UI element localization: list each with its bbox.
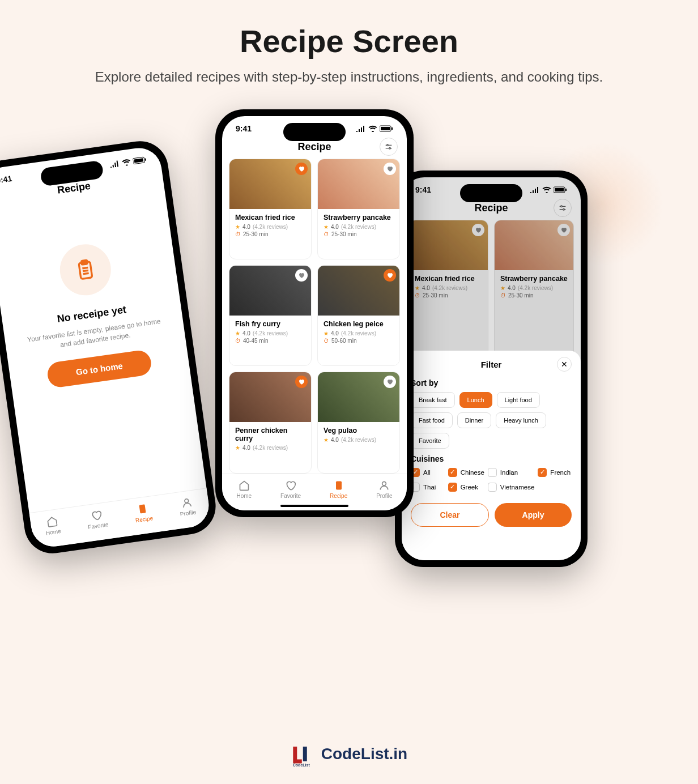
recipe-grid: Mexican fried rice ★4.0(4.2k reviews) ⏱2… xyxy=(222,159,407,474)
nav-favorite[interactable]: Favorite xyxy=(280,480,301,499)
sort-by-label: Sort by xyxy=(411,378,572,387)
header: Recipe Screen Explore detailed recipes w… xyxy=(0,0,698,92)
clear-button[interactable]: Clear xyxy=(411,503,489,527)
nav-profile[interactable]: Profile xyxy=(376,480,392,499)
cuisine-checkbox[interactable]: ✓Greek xyxy=(448,483,484,492)
svg-rect-4 xyxy=(82,260,88,265)
cuisine-checkbox[interactable]: ✓Chinese xyxy=(448,468,484,477)
recipe-card[interactable]: Mexican fried rice ★4.0(4.2k reviews) ⏱2… xyxy=(229,159,312,259)
filter-button[interactable] xyxy=(380,138,398,156)
recipe-name: Veg pulao xyxy=(324,427,394,434)
cuisine-checkbox[interactable]: ✓French xyxy=(538,468,572,477)
nav-recipe[interactable]: Recipe xyxy=(133,502,154,523)
page-title: Recipe Screen xyxy=(68,23,630,59)
recipe-rating: ★4.0(4.2k reviews) xyxy=(235,330,305,336)
svg-line-5 xyxy=(82,267,88,268)
svg-rect-8 xyxy=(139,504,146,513)
favorite-icon[interactable] xyxy=(295,269,308,282)
clipboard-icon xyxy=(57,241,114,299)
cuisines-label: Cuisines xyxy=(411,454,572,463)
recipe-image xyxy=(318,266,399,316)
status-icons xyxy=(109,156,147,168)
empty-state: No receipe yet Your favorite list is emp… xyxy=(0,187,192,410)
sort-chip[interactable]: Favorite xyxy=(411,433,449,449)
filter-panel: Filter ✕ Sort by Break fastLunchLight fo… xyxy=(402,351,581,560)
recipe-image xyxy=(229,372,311,422)
favorite-icon[interactable] xyxy=(384,376,396,388)
svg-rect-26 xyxy=(303,747,307,761)
recipe-image xyxy=(229,266,311,316)
svg-rect-1 xyxy=(134,158,144,163)
cuisine-checkbox[interactable]: ✓All xyxy=(411,468,445,477)
sort-chip[interactable]: Heavy lunch xyxy=(496,412,546,428)
svg-point-18 xyxy=(382,482,386,485)
svg-point-14 xyxy=(387,144,389,146)
phone-mockup-filter: 9:41 Recipe Mexican fried rice ★4.0(4.2k… xyxy=(395,171,588,567)
cuisine-checkbox[interactable]: Vietnamese xyxy=(488,483,535,492)
svg-rect-17 xyxy=(336,481,342,489)
recipe-rating: ★4.0(4.2k reviews) xyxy=(235,445,305,451)
page-subtitle: Explore detailed recipes with step-by-st… xyxy=(68,67,630,87)
filter-title: Filter xyxy=(481,360,502,369)
svg-rect-12 xyxy=(391,127,393,130)
go-home-button[interactable]: Go to home xyxy=(46,348,152,388)
bottom-nav: Home Favorite Recipe Profile xyxy=(29,488,212,549)
home-indicator xyxy=(280,505,348,507)
recipe-name: Strawberry pancake xyxy=(324,214,394,221)
recipe-card[interactable]: Fish fry curry ★4.0(4.2k reviews) ⏱40-45… xyxy=(229,265,312,366)
sort-chip[interactable]: Fast food xyxy=(411,412,453,428)
status-icons xyxy=(356,125,393,132)
sort-chips: Break fastLunchLight foodFast foodDinner… xyxy=(411,392,572,449)
phone-notch xyxy=(283,123,346,141)
cuisine-checkboxes: ✓All✓ChineseIndian✓FrenchThai✓GreekVietn… xyxy=(411,468,572,492)
svg-line-7 xyxy=(83,273,89,274)
recipe-card[interactable]: Strawberry pancake ★4.0(4.2k reviews) ⏱2… xyxy=(317,159,400,259)
cuisine-checkbox[interactable]: Thai xyxy=(411,483,445,492)
recipe-rating: ★4.0(4.2k reviews) xyxy=(235,224,305,230)
nav-home[interactable]: Home xyxy=(44,515,61,536)
nav-favorite[interactable]: Favorite xyxy=(86,508,109,530)
sort-chip[interactable]: Dinner xyxy=(457,412,491,428)
sort-chip[interactable]: Break fast xyxy=(411,392,455,408)
recipe-image xyxy=(229,159,311,209)
recipe-rating: ★4.0(4.2k reviews) xyxy=(324,224,394,230)
favorite-icon[interactable] xyxy=(384,269,396,282)
brand-name: CodeList.in xyxy=(321,745,407,763)
sort-chip[interactable]: Light food xyxy=(497,392,540,408)
favorite-icon[interactable] xyxy=(384,163,396,175)
recipe-image xyxy=(318,159,399,209)
svg-point-9 xyxy=(184,498,189,503)
svg-rect-11 xyxy=(381,127,390,130)
recipe-card[interactable]: Penner chicken curry ★4.0(4.2k reviews) xyxy=(229,372,312,473)
status-time: 9:41 xyxy=(0,173,12,185)
screen-title: Recipe xyxy=(297,141,331,153)
close-icon[interactable]: ✕ xyxy=(557,357,572,372)
phone-mockup-empty: 9:41 Recipe No receipe yet Your favorite… xyxy=(0,137,219,557)
empty-text: Your favorite list is empty, please go t… xyxy=(22,316,168,355)
nav-recipe[interactable]: Recipe xyxy=(330,480,347,499)
brand-footer: CodeList CodeList.in xyxy=(291,741,407,767)
nav-profile[interactable]: Profile xyxy=(178,496,197,517)
recipe-name: Fish fry curry xyxy=(235,320,305,328)
recipe-name: Mexican fried rice xyxy=(235,214,305,221)
sort-chip[interactable]: Lunch xyxy=(459,392,492,408)
recipe-name: Penner chicken curry xyxy=(235,427,305,442)
favorite-icon[interactable] xyxy=(295,376,308,388)
recipe-rating: ★4.0(4.2k reviews) xyxy=(324,330,394,336)
brand-logo-icon: CodeList xyxy=(291,741,317,767)
phone-mockup-list: 9:41 Recipe Mexican fried rice ★4.0(4.2k… xyxy=(215,109,414,517)
empty-title: No receipe yet xyxy=(56,304,127,325)
recipe-card[interactable]: Veg pulao ★4.0(4.2k reviews) xyxy=(317,372,400,473)
recipe-image xyxy=(318,372,399,422)
recipe-card[interactable]: Chicken leg peice ★4.0(4.2k reviews) ⏱50… xyxy=(317,265,400,366)
cuisine-checkbox[interactable]: Indian xyxy=(488,468,535,477)
recipe-time: ⏱50-60 min xyxy=(324,338,394,344)
recipe-time: ⏱25-30 min xyxy=(324,231,394,237)
status-time: 9:41 xyxy=(236,124,252,133)
svg-text:CodeList: CodeList xyxy=(293,763,310,767)
svg-rect-2 xyxy=(144,158,146,160)
favorite-icon[interactable] xyxy=(295,163,308,175)
nav-home[interactable]: Home xyxy=(236,480,252,499)
recipe-time: ⏱40-45 min xyxy=(235,338,305,344)
apply-button[interactable]: Apply xyxy=(495,503,572,527)
